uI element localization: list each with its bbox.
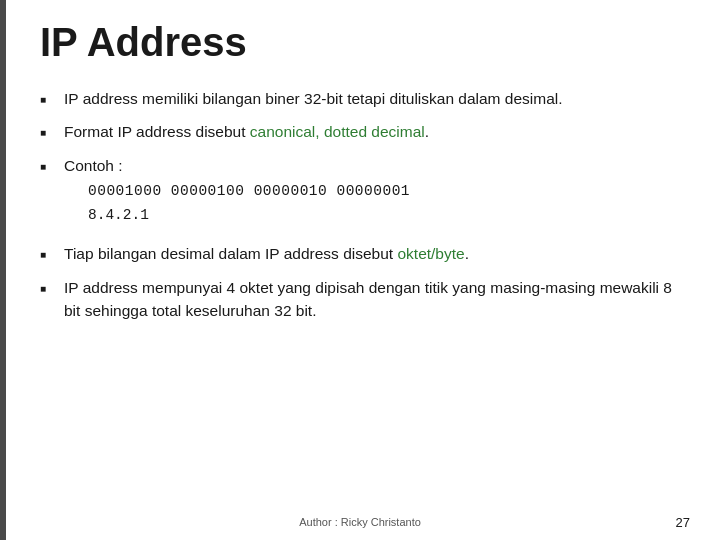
content-area: ■ IP address memiliki bilangan biner 32-… bbox=[30, 87, 690, 322]
bullet-list: ■ IP address memiliki bilangan biner 32-… bbox=[40, 87, 690, 322]
bullet-text-4: Tiap bilangan desimal dalam IP address d… bbox=[64, 242, 690, 265]
code-block: 00001000 00000100 00000010 00000001 8.4.… bbox=[88, 181, 690, 227]
decimal-line: 8.4.2.1 bbox=[88, 205, 690, 227]
author-label: Author : Ricky Christanto bbox=[0, 516, 720, 528]
binary-line: 00001000 00000100 00000010 00000001 bbox=[88, 181, 690, 203]
highlight-oktet: oktet/byte bbox=[397, 245, 464, 262]
list-item: ■ IP address memiliki bilangan biner 32-… bbox=[40, 87, 690, 110]
page-title: IP Address bbox=[30, 20, 690, 65]
bullet-text-3: Contoh : 00001000 00000100 00000010 0000… bbox=[64, 154, 690, 233]
list-item: ■ IP address mempunyai 4 oktet yang dipi… bbox=[40, 276, 690, 323]
slide: IP Address ■ IP address memiliki bilanga… bbox=[0, 0, 720, 540]
bullet-icon: ■ bbox=[40, 125, 58, 140]
bullet-icon: ■ bbox=[40, 247, 58, 262]
page-number: 27 bbox=[676, 515, 690, 530]
bullet-text-2: Format IP address disebut canonical, dot… bbox=[64, 120, 690, 143]
bullet-icon: ■ bbox=[40, 159, 58, 174]
left-border-decoration bbox=[0, 0, 6, 540]
list-item: ■ Format IP address disebut canonical, d… bbox=[40, 120, 690, 143]
bullet-text-5: IP address mempunyai 4 oktet yang dipisa… bbox=[64, 276, 690, 323]
bullet-text-1: IP address memiliki bilangan biner 32-bi… bbox=[64, 87, 690, 110]
bullet-icon: ■ bbox=[40, 92, 58, 107]
bullet-icon: ■ bbox=[40, 281, 58, 296]
list-item: ■ Contoh : 00001000 00000100 00000010 00… bbox=[40, 154, 690, 233]
footer: Author : Ricky Christanto 27 bbox=[0, 516, 720, 528]
list-item: ■ Tiap bilangan desimal dalam IP address… bbox=[40, 242, 690, 265]
highlight-canonical: canonical, dotted decimal bbox=[250, 123, 425, 140]
